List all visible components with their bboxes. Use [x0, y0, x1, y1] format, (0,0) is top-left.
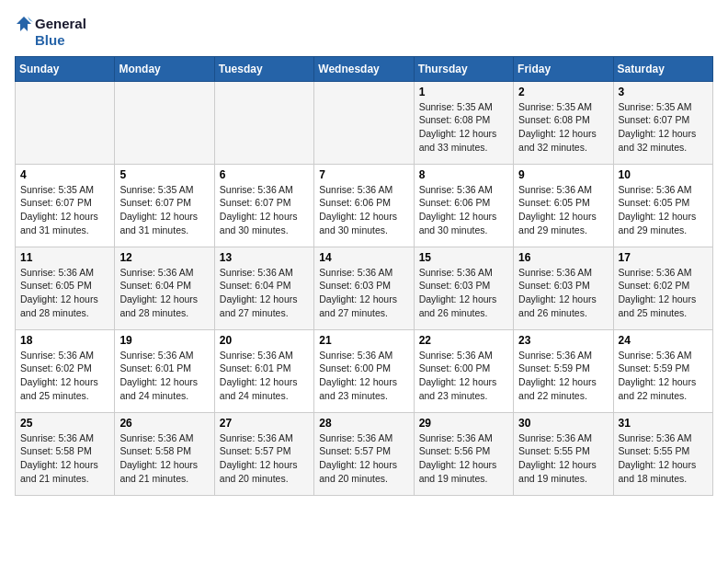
day-info: Sunrise: 5:36 AM Sunset: 5:58 PM Dayligh… — [119, 431, 209, 486]
day-number: 24 — [619, 334, 708, 347]
calendar-cell: 5Sunrise: 5:35 AM Sunset: 6:07 PM Daylig… — [115, 164, 214, 247]
day-info: Sunrise: 5:36 AM Sunset: 6:05 PM Dayligh… — [518, 183, 608, 237]
calendar-week-row: 1Sunrise: 5:35 AM Sunset: 6:08 PM Daylig… — [16, 81, 713, 164]
calendar-cell: 11Sunrise: 5:36 AM Sunset: 6:05 PM Dayli… — [16, 247, 115, 329]
weekday-header-row: SundayMondayTuesdayWednesdayThursdayFrid… — [16, 56, 713, 81]
day-number: 28 — [319, 417, 408, 430]
calendar-cell: 22Sunrise: 5:36 AM Sunset: 6:00 PM Dayli… — [414, 329, 513, 412]
calendar-cell: 8Sunrise: 5:36 AM Sunset: 6:06 PM Daylig… — [414, 164, 513, 247]
day-number: 6 — [220, 168, 309, 181]
day-number: 23 — [518, 334, 608, 347]
weekday-header: Sunday — [16, 56, 115, 81]
calendar-cell — [214, 81, 313, 164]
day-number: 14 — [319, 251, 408, 264]
calendar-cell: 21Sunrise: 5:36 AM Sunset: 6:00 PM Dayli… — [314, 329, 414, 412]
day-info: Sunrise: 5:36 AM Sunset: 5:56 PM Dayligh… — [419, 431, 508, 486]
day-info: Sunrise: 5:36 AM Sunset: 5:59 PM Dayligh… — [518, 349, 608, 403]
day-number: 9 — [518, 168, 608, 181]
logo-general: General — [35, 17, 86, 32]
day-info: Sunrise: 5:36 AM Sunset: 6:04 PM Dayligh… — [220, 266, 309, 320]
calendar-cell: 6Sunrise: 5:36 AM Sunset: 6:07 PM Daylig… — [214, 164, 313, 247]
day-info: Sunrise: 5:36 AM Sunset: 6:06 PM Dayligh… — [419, 183, 508, 237]
calendar-cell — [16, 81, 115, 164]
day-info: Sunrise: 5:36 AM Sunset: 6:02 PM Dayligh… — [619, 266, 708, 320]
calendar-cell: 26Sunrise: 5:36 AM Sunset: 5:58 PM Dayli… — [115, 412, 214, 495]
day-number: 26 — [119, 417, 209, 430]
weekday-header: Wednesday — [314, 56, 414, 81]
day-number: 17 — [619, 251, 708, 264]
calendar-cell: 9Sunrise: 5:36 AM Sunset: 6:05 PM Daylig… — [514, 164, 613, 247]
calendar-cell: 20Sunrise: 5:36 AM Sunset: 6:01 PM Dayli… — [214, 329, 313, 412]
calendar-cell — [314, 81, 414, 164]
day-number: 3 — [619, 86, 708, 98]
day-number: 21 — [319, 334, 408, 347]
day-info: Sunrise: 5:36 AM Sunset: 6:05 PM Dayligh… — [619, 183, 708, 237]
calendar-cell: 19Sunrise: 5:36 AM Sunset: 6:01 PM Dayli… — [115, 329, 214, 412]
day-number: 7 — [319, 168, 408, 181]
calendar-week-row: 4Sunrise: 5:35 AM Sunset: 6:07 PM Daylig… — [16, 164, 713, 247]
day-info: Sunrise: 5:36 AM Sunset: 6:07 PM Dayligh… — [220, 183, 309, 237]
day-number: 5 — [119, 168, 209, 181]
logo: General Blue — [15, 15, 86, 49]
day-number: 13 — [220, 251, 309, 264]
calendar-cell: 27Sunrise: 5:36 AM Sunset: 5:57 PM Dayli… — [214, 412, 313, 495]
day-info: Sunrise: 5:36 AM Sunset: 5:55 PM Dayligh… — [619, 431, 708, 486]
day-info: Sunrise: 5:36 AM Sunset: 6:05 PM Dayligh… — [20, 266, 109, 320]
day-info: Sunrise: 5:35 AM Sunset: 6:07 PM Dayligh… — [619, 100, 708, 155]
calendar-cell: 29Sunrise: 5:36 AM Sunset: 5:56 PM Dayli… — [414, 412, 513, 495]
day-info: Sunrise: 5:36 AM Sunset: 5:57 PM Dayligh… — [319, 431, 408, 486]
day-info: Sunrise: 5:36 AM Sunset: 6:00 PM Dayligh… — [319, 349, 408, 403]
day-number: 20 — [220, 334, 309, 347]
day-info: Sunrise: 5:35 AM Sunset: 6:08 PM Dayligh… — [419, 100, 508, 155]
calendar-cell: 31Sunrise: 5:36 AM Sunset: 5:55 PM Dayli… — [613, 412, 712, 495]
calendar-cell: 14Sunrise: 5:36 AM Sunset: 6:03 PM Dayli… — [314, 247, 414, 329]
calendar-week-row: 18Sunrise: 5:36 AM Sunset: 6:02 PM Dayli… — [16, 329, 713, 412]
day-info: Sunrise: 5:35 AM Sunset: 6:08 PM Dayligh… — [518, 100, 608, 155]
day-info: Sunrise: 5:36 AM Sunset: 6:06 PM Dayligh… — [319, 183, 408, 237]
calendar-cell: 4Sunrise: 5:35 AM Sunset: 6:07 PM Daylig… — [16, 164, 115, 247]
day-number: 1 — [419, 86, 508, 98]
calendar-cell: 3Sunrise: 5:35 AM Sunset: 6:07 PM Daylig… — [613, 81, 712, 164]
day-number: 18 — [20, 334, 109, 347]
day-info: Sunrise: 5:36 AM Sunset: 6:00 PM Dayligh… — [419, 349, 508, 403]
calendar-cell: 18Sunrise: 5:36 AM Sunset: 6:02 PM Dayli… — [16, 329, 115, 412]
calendar-cell: 1Sunrise: 5:35 AM Sunset: 6:08 PM Daylig… — [414, 81, 513, 164]
day-info: Sunrise: 5:36 AM Sunset: 6:03 PM Dayligh… — [419, 266, 508, 320]
day-info: Sunrise: 5:36 AM Sunset: 6:01 PM Dayligh… — [119, 349, 209, 403]
calendar-cell: 10Sunrise: 5:36 AM Sunset: 6:05 PM Dayli… — [613, 164, 712, 247]
calendar-cell: 12Sunrise: 5:36 AM Sunset: 6:04 PM Dayli… — [115, 247, 214, 329]
calendar-cell: 15Sunrise: 5:36 AM Sunset: 6:03 PM Dayli… — [414, 247, 513, 329]
calendar-cell — [115, 81, 214, 164]
day-number: 12 — [119, 251, 209, 264]
calendar-cell: 23Sunrise: 5:36 AM Sunset: 5:59 PM Dayli… — [514, 329, 613, 412]
day-info: Sunrise: 5:36 AM Sunset: 5:59 PM Dayligh… — [619, 349, 708, 403]
weekday-header: Thursday — [414, 56, 513, 81]
day-number: 4 — [20, 168, 109, 181]
day-info: Sunrise: 5:36 AM Sunset: 6:01 PM Dayligh… — [220, 349, 309, 403]
day-info: Sunrise: 5:35 AM Sunset: 6:07 PM Dayligh… — [119, 183, 209, 237]
day-number: 31 — [619, 417, 708, 430]
day-number: 10 — [619, 168, 708, 181]
logo-bird-icon — [15, 15, 33, 33]
calendar-cell: 16Sunrise: 5:36 AM Sunset: 6:03 PM Dayli… — [514, 247, 613, 329]
day-info: Sunrise: 5:36 AM Sunset: 5:58 PM Dayligh… — [20, 431, 109, 486]
logo-text: General Blue — [15, 15, 86, 49]
calendar-week-row: 25Sunrise: 5:36 AM Sunset: 5:58 PM Dayli… — [16, 412, 713, 495]
day-number: 27 — [220, 417, 309, 430]
day-number: 30 — [518, 417, 608, 430]
calendar-cell: 2Sunrise: 5:35 AM Sunset: 6:08 PM Daylig… — [514, 81, 613, 164]
calendar-cell: 7Sunrise: 5:36 AM Sunset: 6:06 PM Daylig… — [314, 164, 414, 247]
day-info: Sunrise: 5:36 AM Sunset: 5:55 PM Dayligh… — [518, 431, 608, 486]
calendar-week-row: 11Sunrise: 5:36 AM Sunset: 6:05 PM Dayli… — [16, 247, 713, 329]
day-info: Sunrise: 5:36 AM Sunset: 6:02 PM Dayligh… — [20, 349, 109, 403]
day-info: Sunrise: 5:36 AM Sunset: 6:03 PM Dayligh… — [518, 266, 608, 320]
weekday-header: Tuesday — [214, 56, 313, 81]
weekday-header: Friday — [514, 56, 613, 81]
day-info: Sunrise: 5:36 AM Sunset: 5:57 PM Dayligh… — [220, 431, 309, 486]
calendar-cell: 25Sunrise: 5:36 AM Sunset: 5:58 PM Dayli… — [16, 412, 115, 495]
weekday-header: Saturday — [613, 56, 712, 81]
weekday-header: Monday — [115, 56, 214, 81]
header: General Blue — [15, 15, 713, 49]
calendar-cell: 13Sunrise: 5:36 AM Sunset: 6:04 PM Dayli… — [214, 247, 313, 329]
calendar-cell: 24Sunrise: 5:36 AM Sunset: 5:59 PM Dayli… — [613, 329, 712, 412]
